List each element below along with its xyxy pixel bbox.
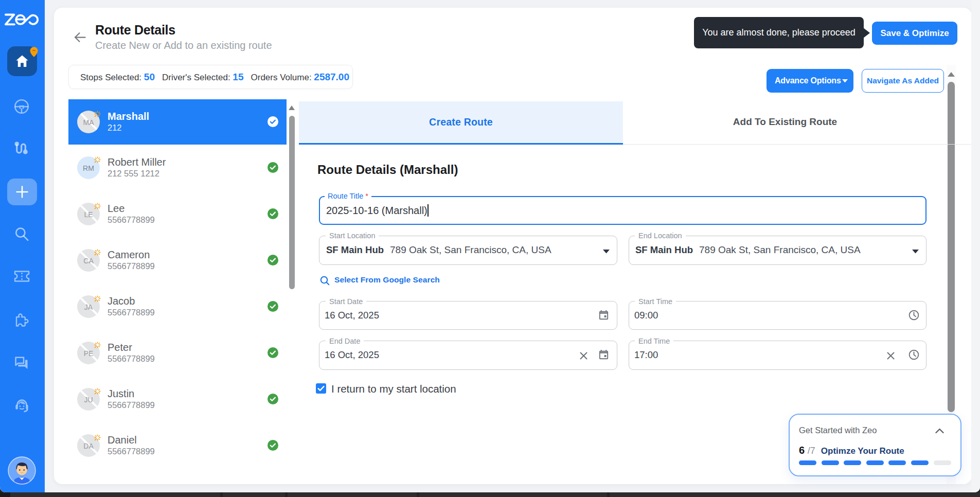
svg-text:PE: PE (84, 349, 94, 358)
svg-text:MA: MA (83, 118, 95, 127)
svg-text:DA: DA (83, 442, 94, 450)
svg-text:RM: RM (83, 164, 94, 172)
svg-text:CA: CA (83, 257, 94, 265)
svg-text:JU: JU (84, 396, 93, 404)
svg-text:JA: JA (84, 303, 93, 311)
svg-text:LE: LE (84, 210, 93, 219)
